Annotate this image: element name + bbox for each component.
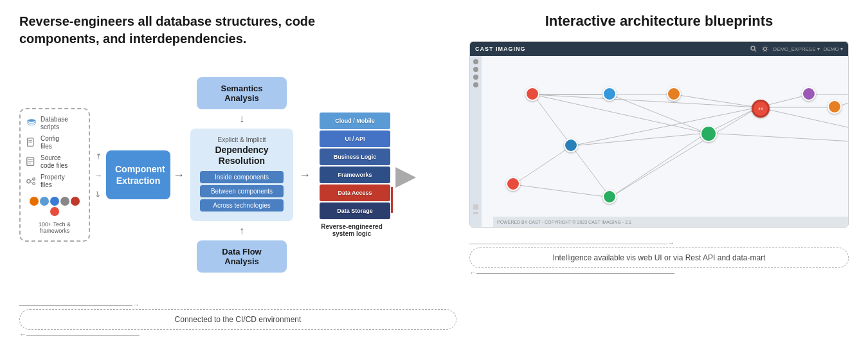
svg-line-19 bbox=[533, 94, 707, 133]
sidebar-control-plus[interactable] bbox=[473, 204, 478, 210]
svg-line-11 bbox=[30, 179, 33, 181]
node-2 bbox=[602, 87, 617, 101]
node-1 bbox=[525, 87, 539, 101]
svg-line-27 bbox=[572, 133, 707, 146]
stack-layers: Cloud / Mobile UI / API Business Logic F… bbox=[320, 113, 390, 221]
svg-point-15 bbox=[764, 48, 767, 51]
svg-line-22 bbox=[674, 94, 758, 107]
cast-bottom-bar: POWERED BY CAST - COPYRIGHT © 2023 CAST … bbox=[493, 217, 848, 227]
cast-canvas: ++ POWERED BY CAST - COPYRIGHT © 2023 CA… bbox=[482, 56, 848, 227]
left-pill-text: Connected to the CI/CD environment bbox=[175, 315, 302, 324]
nav-demo[interactable]: DEMO ▾ bbox=[824, 46, 843, 52]
arrow-down-1: ↓ bbox=[239, 113, 244, 125]
svg-line-40 bbox=[514, 184, 610, 197]
diagram-main: Databasescripts Configfiles bbox=[19, 77, 457, 273]
property-icon bbox=[26, 176, 37, 187]
file-item-db: Databasescripts bbox=[26, 116, 84, 131]
bottom-pill-right-wrapper: ————————————————————————————→ Intelligen… bbox=[469, 239, 849, 276]
dep-btn-across[interactable]: Across technologies bbox=[200, 199, 284, 212]
arrow-left-bottom: ←———————————————— bbox=[19, 330, 140, 338]
bottom-pill-left-wrapper: ————————————————→ Connected to the CI/CD… bbox=[19, 301, 457, 338]
svg-line-38 bbox=[610, 107, 758, 197]
arrow-up-1: ↑ bbox=[239, 225, 244, 237]
node-8 bbox=[602, 190, 617, 204]
cast-header: CAST IMAGING DEMO_EXPRESS ▾ DEMO ▾ bbox=[470, 42, 848, 56]
right-section: Interactive architecture blueprints CAST… bbox=[469, 13, 849, 338]
main-container: Reverse-engineers all database structure… bbox=[0, 0, 868, 351]
svg-point-10 bbox=[33, 183, 35, 185]
cast-sidebar bbox=[470, 56, 482, 227]
svg-line-37 bbox=[610, 133, 707, 197]
left-title: Reverse-engineers all database structure… bbox=[19, 13, 392, 48]
svg-line-35 bbox=[707, 133, 848, 146]
middle-column: Semantics Analysis ↓ Explicit & Implicit… bbox=[187, 77, 296, 273]
source-label: Sourcecode files bbox=[41, 154, 68, 170]
node-5 bbox=[802, 87, 816, 101]
dependency-box: Explicit & Implicit Dependency Resolutio… bbox=[190, 129, 293, 222]
sidebar-control-minus[interactable] bbox=[473, 212, 478, 214]
node-6 bbox=[827, 100, 842, 114]
re-system-label: Reverse-engineered system logic bbox=[321, 223, 383, 237]
component-extraction-box: Component Extraction bbox=[106, 150, 170, 199]
tech-icons bbox=[26, 197, 84, 216]
sidebar-dot-4 bbox=[473, 82, 478, 87]
svg-point-16 bbox=[763, 46, 768, 52]
sidebar-dot-1 bbox=[473, 59, 478, 64]
tech-label: 100+ Tech & frameworks bbox=[26, 221, 84, 234]
svg-point-9 bbox=[33, 178, 35, 181]
dep-subtitle: Explicit & Implicit bbox=[197, 136, 287, 143]
sidebar-dot-2 bbox=[473, 67, 478, 72]
cast-nav: DEMO_EXPRESS ▾ DEMO ▾ bbox=[750, 45, 843, 53]
stack-and-label: Cloud / Mobile UI / API Business Logic F… bbox=[313, 113, 390, 237]
left-section: Reverse-engineers all database structure… bbox=[19, 13, 457, 338]
nav-demo-express[interactable]: DEMO_EXPRESS ▾ bbox=[773, 46, 819, 52]
gear-icon bbox=[761, 45, 769, 53]
config-icon bbox=[26, 137, 37, 148]
file-item-property: Propertyfiles bbox=[26, 174, 84, 189]
layer-ui: UI / API bbox=[320, 130, 390, 147]
bottom-pill-left: Connected to the CI/CD environment bbox=[19, 309, 457, 330]
layer-fw: Frameworks bbox=[320, 166, 390, 183]
arrow-left-top: ————————————————→ bbox=[19, 301, 140, 309]
svg-line-12 bbox=[30, 182, 33, 183]
semantics-box: Semantics Analysis bbox=[197, 77, 287, 109]
sidebar-dot-3 bbox=[473, 75, 478, 80]
svg-point-0 bbox=[28, 119, 36, 122]
svg-point-8 bbox=[27, 179, 30, 183]
search-icon bbox=[750, 45, 757, 53]
right-title: Interactive architecture blueprints bbox=[469, 13, 849, 30]
graph-svg bbox=[482, 56, 848, 227]
layer-cloud: Cloud / Mobile bbox=[320, 113, 390, 129]
node-main: ++ bbox=[752, 100, 770, 118]
cast-body: ++ POWERED BY CAST - COPYRIGHT © 2023 CA… bbox=[470, 56, 848, 227]
svg-line-20 bbox=[610, 94, 707, 133]
db-label: Databasescripts bbox=[41, 116, 68, 131]
dep-btn-between[interactable]: Between components bbox=[200, 185, 284, 197]
cast-screenshot: CAST IMAGING DEMO_EXPRESS ▾ DEMO ▾ bbox=[469, 41, 849, 228]
file-item-config: Configfiles bbox=[26, 135, 84, 150]
property-label: Propertyfiles bbox=[41, 174, 65, 189]
diagram-area: Databasescripts Configfiles bbox=[19, 60, 457, 289]
layer-biz: Business Logic bbox=[320, 148, 390, 165]
dataflow-box: Data Flow Analysis bbox=[197, 240, 287, 273]
cast-logo: CAST IMAGING bbox=[475, 46, 526, 52]
bottom-pill-right: Intelligence available vis web UI or via… bbox=[469, 248, 849, 268]
layer-da: Data Access bbox=[320, 184, 390, 201]
svg-line-36 bbox=[572, 146, 610, 197]
arrow-right-bottom: ←———————————————————————————— bbox=[469, 269, 674, 276]
svg-line-21 bbox=[533, 94, 758, 107]
node-9 bbox=[506, 177, 520, 191]
source-icon bbox=[26, 156, 37, 168]
svg-line-28 bbox=[572, 107, 758, 146]
svg-line-14 bbox=[755, 50, 757, 52]
svg-line-26 bbox=[533, 94, 572, 146]
dep-title: Dependency Resolution bbox=[197, 145, 287, 166]
right-pill-text: Intelligence available vis web UI or via… bbox=[553, 253, 766, 262]
config-label: Configfiles bbox=[41, 135, 59, 150]
node-center bbox=[700, 125, 717, 142]
svg-point-13 bbox=[751, 46, 755, 50]
big-right-arrow: ▶ bbox=[395, 159, 416, 191]
dep-btn-inside[interactable]: Inside components bbox=[200, 171, 284, 183]
layer-ds: Data Storage bbox=[320, 203, 390, 219]
node-7 bbox=[564, 138, 578, 152]
